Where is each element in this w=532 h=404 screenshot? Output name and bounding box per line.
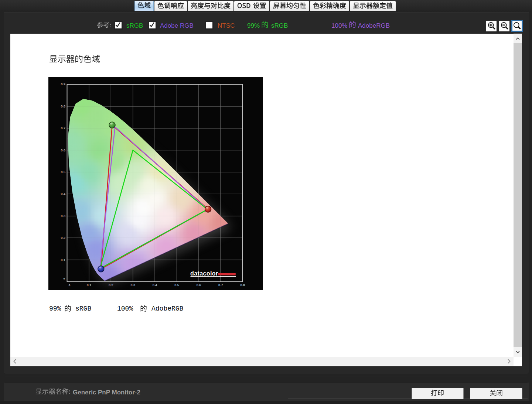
svg-text:0.7: 0.7 (218, 283, 223, 287)
svg-text:0.4: 0.4 (61, 192, 65, 196)
svg-text:y: y (63, 277, 65, 280)
svg-text:0.1: 0.1 (61, 258, 65, 262)
svg-text:0.9: 0.9 (61, 82, 65, 86)
svg-text:0.3: 0.3 (61, 214, 65, 218)
svg-text:0.8: 0.8 (61, 105, 65, 108)
svg-text:0.4: 0.4 (153, 283, 157, 287)
svg-text:datacolor: datacolor (190, 270, 218, 277)
svg-text:0.3: 0.3 (130, 283, 135, 287)
svg-text:0.1: 0.1 (87, 283, 92, 287)
svg-text:0.7: 0.7 (61, 126, 65, 130)
svg-text:x: x (68, 283, 70, 287)
svg-text:0.5: 0.5 (174, 283, 179, 287)
svg-text:0.2: 0.2 (61, 236, 65, 240)
svg-text:0.5: 0.5 (61, 170, 65, 174)
svg-text:0.6: 0.6 (197, 283, 201, 287)
svg-text:0.6: 0.6 (61, 148, 65, 152)
svg-text:0.8: 0.8 (240, 283, 245, 287)
